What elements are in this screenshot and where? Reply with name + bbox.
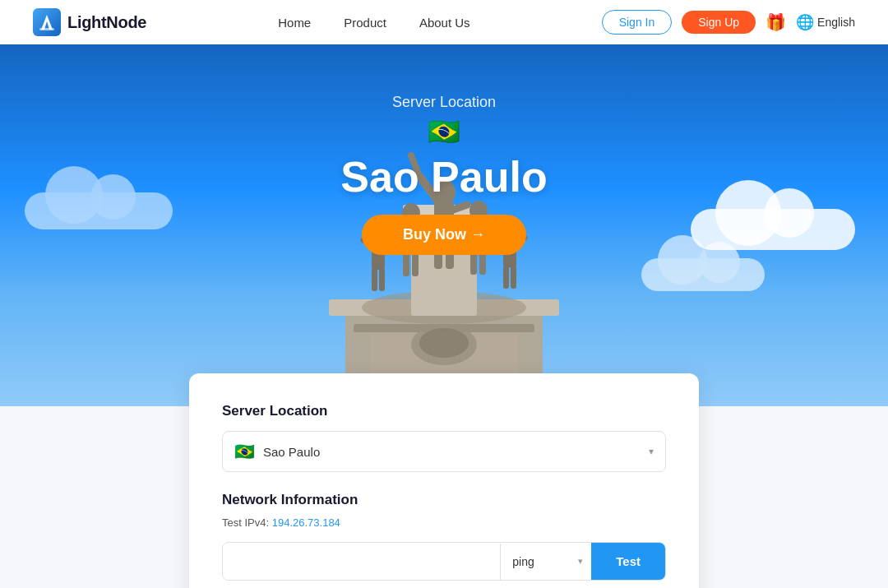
selected-location-name: Sao Paulo [263,445,320,459]
location-select[interactable]: 🇧🇷 Sao Paulo ▾ [222,431,666,472]
buy-now-button[interactable]: Buy Now → [362,215,526,255]
svg-rect-0 [33,8,61,36]
nav-links: Home Product About Us [278,16,469,30]
test-ipv4-label: Test IPv4: [222,516,269,529]
test-button[interactable]: Test [591,543,665,580]
hero-city-name: Sao Paulo [340,152,547,201]
logo-icon [33,8,61,36]
signin-button[interactable]: Sign In [602,10,673,35]
test-row: ping mtr traceroute ▾ Test [222,542,666,581]
language-label: English [817,16,855,29]
test-type-select-wrapper: ping mtr traceroute ▾ [500,544,591,580]
selected-location-flag: 🇧🇷 [234,442,255,461]
signup-button[interactable]: Sign Up [682,11,756,34]
test-type-select[interactable]: ping mtr traceroute [501,544,591,580]
server-location-title: Server Location [222,403,666,419]
navbar: LightNode Home Product About Us Sign In … [0,0,888,44]
svg-rect-2 [39,28,54,30]
hero-server-location-label: Server Location [392,94,496,111]
location-select-inner[interactable]: 🇧🇷 Sao Paulo ▾ [223,432,665,471]
nav-home[interactable]: Home [278,16,311,30]
logo[interactable]: LightNode [33,8,146,36]
globe-icon: 🌐 [796,13,814,31]
logo-text: LightNode [67,13,146,32]
location-select-left: 🇧🇷 Sao Paulo [234,442,320,461]
nav-about[interactable]: About Us [419,16,470,30]
gift-icon[interactable]: 🎁 [765,12,786,32]
hero-content: Server Location 🇧🇷 Sao Paulo Buy Now → [0,44,888,406]
hero-section: Server Location 🇧🇷 Sao Paulo Buy Now → [0,44,888,406]
test-ipv4-row: Test IPv4: 194.26.73.184 [222,516,666,529]
nav-product[interactable]: Product [344,16,386,30]
nav-right: Sign In Sign Up 🎁 🌐 English [602,10,855,35]
test-input[interactable] [223,544,500,580]
language-selector[interactable]: 🌐 English [796,13,855,31]
hero-flag: 🇧🇷 [428,116,460,147]
network-information-title: Network Information [222,492,666,508]
server-info-card: Server Location 🇧🇷 Sao Paulo ▾ Network I… [189,373,699,588]
test-ipv4-link[interactable]: 194.26.73.184 [272,516,340,529]
chevron-down-icon: ▾ [649,446,654,457]
card-container: Server Location 🇧🇷 Sao Paulo ▾ Network I… [0,406,888,588]
